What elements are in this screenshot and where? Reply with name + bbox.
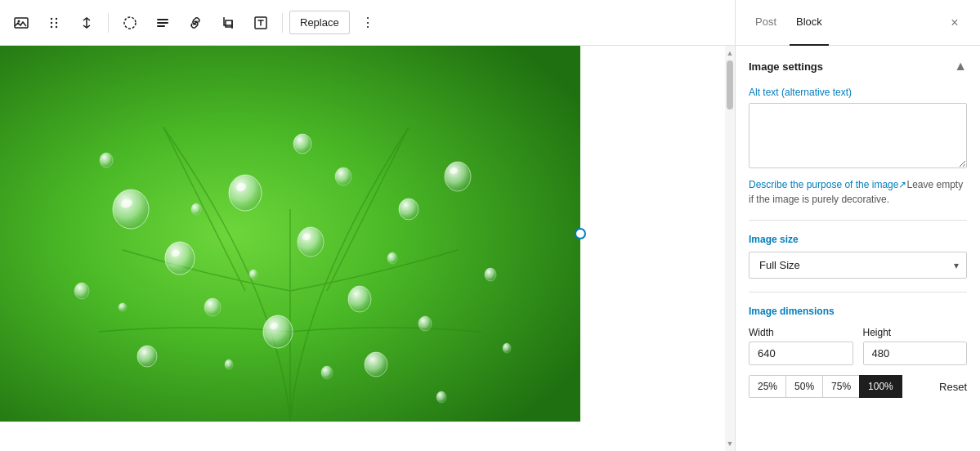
svg-point-19: [348, 286, 371, 312]
width-field: Width: [749, 327, 853, 365]
editor-content: [0, 46, 725, 451]
scroll-thumb[interactable]: [727, 60, 733, 109]
width-input[interactable]: [749, 342, 853, 365]
vertical-scrollbar: ▲ ▼: [725, 46, 735, 451]
svg-rect-11: [157, 25, 165, 27]
toolbar: Replace ⋮: [0, 0, 735, 46]
pct-100-button[interactable]: 100%: [859, 375, 902, 398]
image-settings-section: Image settings ▲ Alt text (alternative t…: [736, 46, 980, 220]
svg-point-16: [165, 242, 195, 275]
svg-point-31: [293, 134, 311, 154]
image-icon-button[interactable]: [7, 8, 36, 38]
svg-point-4: [51, 21, 52, 23]
svg-point-20: [399, 199, 418, 220]
image-size-section: Image size Full Size Large Medium Thumbn…: [736, 221, 980, 292]
percent-row: 25% 50% 75% 100% Reset: [749, 375, 967, 398]
svg-point-37: [225, 359, 233, 369]
section-header: Image settings ▲: [749, 59, 967, 74]
separator-2: [282, 13, 283, 33]
svg-point-36: [321, 366, 333, 379]
svg-point-32: [191, 203, 201, 215]
tab-post[interactable]: Post: [749, 0, 783, 46]
leaf-image: [0, 46, 580, 422]
scroll-up-arrow[interactable]: ▲: [725, 47, 735, 59]
svg-rect-9: [157, 19, 168, 20]
more-icon: ⋮: [361, 15, 374, 30]
describe-link-area: Describe the purpose of the image↗Leave …: [749, 177, 967, 207]
collapse-button[interactable]: ▲: [954, 59, 967, 74]
select-circle-icon-button[interactable]: [115, 8, 145, 38]
section-title: Image settings: [749, 60, 823, 73]
svg-point-8: [124, 17, 136, 29]
dimensions-label: Image dimensions: [749, 306, 967, 317]
svg-point-24: [335, 167, 351, 185]
svg-point-26: [100, 153, 113, 167]
svg-point-28: [418, 316, 432, 331]
height-field: Height: [863, 327, 968, 365]
scroll-track: [725, 59, 735, 438]
crop-icon-button[interactable]: [213, 8, 243, 38]
move-arrows-icon-button[interactable]: [72, 8, 101, 38]
panel-tabs: Post Block ×: [736, 0, 980, 46]
height-input[interactable]: [863, 342, 968, 365]
describe-purpose-link[interactable]: Describe the purpose of the image↗: [749, 179, 906, 190]
svg-point-25: [445, 162, 471, 191]
alt-text-label: Alt text (alternative text): [749, 87, 967, 98]
align-icon-button[interactable]: [148, 8, 177, 38]
svg-point-33: [249, 270, 257, 279]
more-options-icon-button[interactable]: ⋮: [353, 8, 383, 38]
dimensions-section: Image dimensions Width Height 25% 50% 75…: [736, 292, 980, 411]
settings-panel: Post Block × Image settings ▲ Alt text (…: [735, 0, 980, 451]
alt-text-label-text: Alt text: [749, 87, 781, 98]
svg-rect-10: [157, 22, 168, 24]
drag-handle-icon-button[interactable]: [39, 8, 69, 38]
svg-rect-12: [226, 20, 232, 27]
svg-point-2: [51, 17, 52, 19]
tab-block[interactable]: Block: [790, 0, 829, 46]
svg-point-17: [229, 175, 262, 211]
editor-body: ▲ ▼: [0, 46, 735, 451]
text-overlay-icon-button[interactable]: [246, 8, 275, 38]
svg-point-22: [204, 298, 221, 316]
reset-button[interactable]: Reset: [939, 377, 967, 396]
pct-50-button[interactable]: 50%: [785, 375, 823, 398]
svg-point-3: [56, 17, 57, 19]
alt-text-link-text: (alternative text): [781, 87, 852, 98]
image-wrapper: [0, 46, 580, 422]
image-size-label: Image size: [749, 234, 967, 245]
svg-point-23: [137, 346, 157, 367]
svg-point-38: [436, 391, 446, 403]
close-button[interactable]: ×: [942, 11, 967, 35]
svg-point-5: [56, 21, 57, 23]
width-label: Width: [749, 327, 853, 338]
svg-point-15: [113, 190, 149, 229]
svg-point-34: [387, 252, 397, 264]
link-icon-button[interactable]: [181, 8, 210, 38]
replace-button[interactable]: Replace: [289, 11, 350, 34]
svg-point-7: [56, 25, 57, 27]
image-canvas: [0, 46, 725, 422]
svg-point-35: [119, 303, 127, 311]
alt-text-input[interactable]: [749, 103, 967, 168]
pct-25-button[interactable]: 25%: [749, 375, 786, 398]
pct-75-button[interactable]: 75%: [822, 375, 860, 398]
svg-point-39: [503, 343, 511, 353]
height-label: Height: [863, 327, 968, 338]
svg-point-6: [51, 25, 52, 27]
svg-point-18: [298, 227, 324, 257]
editor-area: Replace ⋮: [0, 0, 735, 451]
describe-link-text: Describe the purpose of the image: [749, 179, 898, 190]
external-link-icon: ↗: [898, 179, 906, 190]
svg-point-30: [485, 268, 496, 281]
separator-1: [108, 13, 109, 33]
size-select-wrapper: Full Size Large Medium Thumbnail ▾: [749, 252, 967, 279]
resize-handle[interactable]: [575, 228, 586, 239]
svg-point-29: [74, 283, 89, 299]
scroll-down-arrow[interactable]: ▼: [725, 438, 735, 449]
dimension-inputs-row: Width Height: [749, 327, 967, 365]
svg-point-27: [365, 352, 387, 377]
svg-point-21: [263, 315, 293, 348]
image-size-select[interactable]: Full Size Large Medium Thumbnail: [749, 252, 967, 279]
